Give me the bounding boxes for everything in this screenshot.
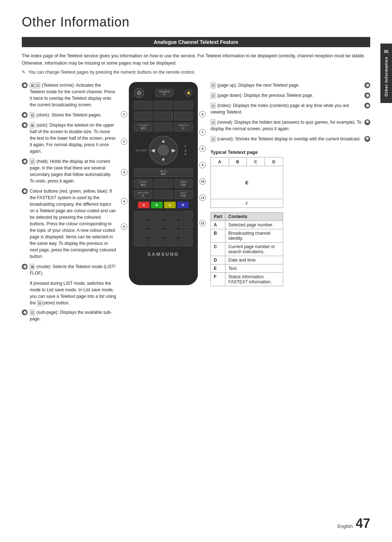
- nav-left[interactable]: ◀: [151, 147, 155, 153]
- num-8[interactable]: [179, 220, 193, 228]
- item-number: ❼: [22, 309, 28, 315]
- list-item: ⊡ (page up): Displays the next Teletext …: [211, 82, 370, 89]
- empty-mid2[interactable]: [154, 190, 172, 199]
- num-2[interactable]: [149, 211, 163, 219]
- num-6[interactable]: [149, 220, 163, 228]
- teletext-cell-a: A: [211, 157, 229, 166]
- list-item: ⊡ (index): Displays the index (contents)…: [211, 102, 370, 115]
- btn-empty-5[interactable]: [154, 112, 172, 120]
- color-buttons-row: A B C D: [134, 202, 193, 208]
- pre-ch-button[interactable]: PRE-CH ⊡: [174, 123, 193, 131]
- btn-empty-1[interactable]: [134, 101, 152, 110]
- list-item: ❼ ⊡ (sub-page): Displays the available s…: [22, 309, 116, 322]
- nav-up[interactable]: ▲: [161, 138, 166, 144]
- list-item: ⊡ (page down): Displays the previous Tel…: [211, 92, 370, 99]
- empty-btn[interactable]: [154, 123, 172, 131]
- source-button[interactable]: SOURCE ⊟: [155, 89, 173, 97]
- teletext-cell-c: C: [247, 157, 265, 166]
- num-4[interactable]: [179, 211, 193, 219]
- info-table: Part Contents A Selected page number. B …: [211, 212, 283, 286]
- yellow-button[interactable]: C: [164, 202, 176, 208]
- item-number: ❹: [22, 159, 28, 164]
- list-item: ❸ ⊞ (size): Displays the teletext on the…: [22, 122, 116, 155]
- nav-row: CH LIST ▲ ▼ ◀ ▶ P ▲ ▼: [134, 134, 193, 166]
- num-5[interactable]: [134, 220, 148, 228]
- list-item: ⊡ (reveal): Displays the hidden text (an…: [211, 119, 370, 132]
- page-container: 05 Other Information Other Information A…: [0, 0, 392, 542]
- nav-down[interactable]: ▼: [161, 157, 166, 163]
- num-14[interactable]: [149, 238, 163, 246]
- num-9[interactable]: [134, 229, 148, 237]
- num-3[interactable]: [164, 211, 178, 219]
- item-text: ⊡ (hold): Holds the display at the curre…: [30, 158, 116, 184]
- nav-circle[interactable]: ▲ ▼ ◀ ▶: [149, 136, 178, 165]
- blue-button[interactable]: D: [177, 202, 189, 208]
- remote-top-row: ⏻ SOURCE ⊟ 🔔: [134, 88, 193, 98]
- page-number: 47: [356, 516, 370, 531]
- num-7[interactable]: [164, 220, 178, 228]
- return-exit-row: RETURN ⊡ EXIT ⊡⊟: [134, 190, 193, 199]
- callout-5: 5: [121, 223, 127, 230]
- ttx-row: TTX/MIX ⊞⊡ PRE-CH ⊡: [134, 123, 193, 131]
- num-1[interactable]: [134, 211, 148, 219]
- right-item-list: ⊡ (page up): Displays the next Teletext …: [211, 82, 370, 142]
- ttx-mix-button[interactable]: TTX/MIX ⊞⊡: [134, 123, 152, 131]
- content-layout: ❶ ⊞⊡ (Teletext on/mix): Activates the Te…: [22, 82, 370, 326]
- green-button[interactable]: B: [151, 202, 163, 208]
- item-text: ⊡ (sub-page): Displays the available sub…: [30, 309, 116, 322]
- tools-button[interactable]: TOOLS ⊞⊡: [134, 179, 152, 188]
- table-row: E Text.: [211, 264, 283, 273]
- table-cell-content: Broadcasting channel identity.: [225, 229, 283, 243]
- callout-3: 3: [121, 169, 127, 176]
- remote-control: ⏻ SOURCE ⊟ 🔔: [129, 82, 198, 285]
- num-10[interactable]: [149, 229, 163, 237]
- list-item: ❶ ⊞⊡ (Teletext on/mix): Activates the Te…: [22, 82, 116, 108]
- table-cell-content: Date and time.: [225, 256, 283, 264]
- item-text: ⊡ (page down): Displays the previous Tel…: [211, 92, 362, 99]
- remote-row-3: [134, 112, 193, 120]
- num-15[interactable]: [164, 238, 178, 246]
- item-number: ❸: [22, 122, 28, 128]
- power-button[interactable]: ⏻: [134, 88, 144, 98]
- num-16[interactable]: [179, 238, 193, 246]
- callout-4: 4: [121, 198, 127, 205]
- btn-empty-6[interactable]: [174, 112, 193, 120]
- teletext-header: A B C D: [211, 157, 283, 166]
- empty-mid[interactable]: [154, 179, 172, 188]
- numpad: [134, 211, 193, 246]
- nav-right[interactable]: ▶: [172, 147, 176, 153]
- info-button[interactable]: INFO ⊡⊟: [174, 179, 193, 188]
- samsung-logo: SAMSUNG: [147, 251, 179, 257]
- table-cell-part: C: [211, 243, 225, 256]
- callout-6: 6: [199, 111, 206, 118]
- table-cell-part: F: [211, 273, 225, 286]
- callout-8: 8: [199, 145, 206, 152]
- btn-empty-3[interactable]: [174, 101, 193, 110]
- nav-center-btn[interactable]: [158, 145, 169, 156]
- tools-info-row: TOOLS ⊞⊡ INFO ⊡⊟: [134, 179, 193, 188]
- teletext-section: Typical Tetetext page A B C D E F P: [211, 149, 370, 286]
- item-number: ❷: [22, 112, 28, 118]
- num-13[interactable]: [134, 238, 148, 246]
- btn-empty-4[interactable]: [134, 112, 152, 120]
- red-button[interactable]: A: [138, 202, 150, 208]
- item-number: ⓬: [364, 136, 370, 142]
- item-text: ⊞⊡ (Teletext on/mix): Activates the Tele…: [30, 82, 116, 108]
- remote-row-2: [134, 101, 193, 110]
- teletext-cell-b: B: [229, 157, 247, 166]
- return-button[interactable]: RETURN ⊡: [134, 190, 152, 199]
- table-row: B Broadcasting channel identity.: [211, 229, 283, 243]
- side-tab: 05 Other Information: [380, 44, 392, 103]
- btn-empty-2[interactable]: [154, 101, 172, 110]
- callout-9: 9: [199, 162, 206, 168]
- table-row: F Status information. FASTEXT informatio…: [211, 273, 283, 286]
- callout-11: 11: [199, 194, 206, 201]
- num-11[interactable]: [164, 229, 178, 237]
- table-cell-part: E: [211, 264, 225, 273]
- num-12[interactable]: [179, 229, 193, 237]
- sound-button[interactable]: 🔔: [185, 89, 193, 97]
- p-up-down: P ▲ ▼: [178, 145, 193, 156]
- ch-list-label: CH LIST: [134, 149, 148, 152]
- exit-button[interactable]: EXIT ⊡⊟: [174, 190, 193, 199]
- menu-button[interactable]: MENU ⊞⊡: [134, 168, 193, 177]
